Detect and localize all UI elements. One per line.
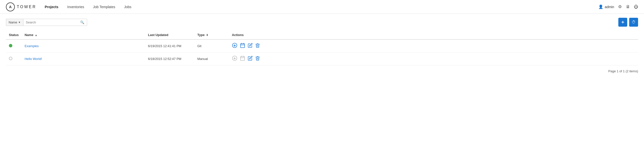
actions-cell	[229, 40, 638, 52]
name-cell: Examples	[22, 40, 145, 52]
search-group: Name ▼ 🔍	[6, 19, 87, 26]
toolbar: Name ▼ 🔍 + ⏱	[0, 14, 644, 30]
table-row: Examples6/19/2015 12:41:41 PMGit	[6, 40, 638, 52]
filter-label: Name	[9, 20, 17, 24]
svg-rect-8	[240, 56, 244, 61]
project-name-link[interactable]: Hello World!	[25, 57, 42, 61]
col-header-type[interactable]: Type ⬍	[194, 30, 229, 40]
tools-icon[interactable]: ⚙	[618, 4, 622, 10]
table-body: Examples6/19/2015 12:41:41 PMGitHello Wo…	[6, 40, 638, 66]
svg-rect-2	[240, 44, 244, 48]
status-badge	[9, 44, 12, 47]
nav-right: 👤 admin ⚙ 🖥 ⏻	[598, 4, 638, 10]
clock-button[interactable]: ⏱	[629, 18, 638, 27]
project-name-link[interactable]: Examples	[25, 44, 39, 48]
table-header: Status Name ▲ Last Updated Type ⬍ Action…	[6, 30, 638, 40]
col-header-status: Status	[6, 30, 22, 40]
add-button[interactable]: +	[618, 18, 627, 27]
status-cell	[6, 40, 22, 52]
edit-icon[interactable]	[248, 43, 253, 49]
toolbar-right: + ⏱	[618, 18, 638, 27]
col-header-actions: Actions	[229, 30, 638, 40]
nav-link-jobs[interactable]: Jobs	[124, 5, 132, 9]
col-header-updated: Last Updated	[145, 30, 194, 40]
delete-icon[interactable]	[255, 56, 260, 62]
status-badge	[9, 57, 12, 60]
search-icon: 🔍	[80, 20, 84, 24]
type-cell: Manual	[194, 52, 229, 66]
nav-link-job-templates[interactable]: Job Templates	[92, 5, 116, 9]
download-icon[interactable]	[232, 56, 237, 62]
monitor-icon[interactable]: 🖥	[626, 4, 630, 10]
actions-cell	[229, 52, 638, 66]
logo-circle: A	[6, 2, 15, 11]
logo-letter: A	[9, 5, 12, 9]
projects-table: Status Name ▲ Last Updated Type ⬍ Action…	[6, 30, 638, 66]
pagination-text: Page 1 of 1 (2 items)	[608, 69, 638, 73]
logout-icon[interactable]: ⏻	[634, 4, 638, 10]
logo-text: TOWER	[17, 5, 36, 9]
calendar-icon[interactable]	[240, 56, 245, 62]
user-icon: 👤	[598, 4, 603, 9]
add-icon: +	[621, 20, 624, 25]
chevron-down-icon: ▼	[18, 21, 21, 24]
filter-button[interactable]: Name ▼	[6, 19, 23, 26]
type-cell: Git	[194, 40, 229, 52]
edit-icon[interactable]	[248, 56, 253, 62]
status-cell	[6, 52, 22, 66]
name-sort-icon: ▲	[35, 34, 38, 36]
updated-cell: 6/19/2015 12:41:41 PM	[145, 40, 194, 52]
nav-link-projects[interactable]: Projects	[44, 5, 59, 9]
search-input-wrap: 🔍	[23, 19, 87, 26]
nav-links: ProjectsInventoriesJob TemplatesJobs	[44, 5, 598, 9]
nav-link-inventories[interactable]: Inventories	[67, 5, 85, 9]
download-icon[interactable]	[232, 43, 237, 49]
user-info: 👤 admin	[598, 4, 614, 9]
col-header-name[interactable]: Name ▲	[22, 30, 145, 40]
name-cell: Hello World!	[22, 52, 145, 66]
calendar-icon[interactable]	[240, 43, 245, 49]
search-input[interactable]	[24, 19, 78, 26]
updated-cell: 6/18/2015 12:52:47 PM	[145, 52, 194, 66]
logo: A TOWER	[6, 2, 36, 11]
delete-icon[interactable]	[255, 43, 260, 49]
search-button[interactable]: 🔍	[78, 19, 87, 26]
username: admin	[605, 5, 614, 9]
pagination: Page 1 of 1 (2 items)	[0, 66, 644, 77]
table-wrap: Status Name ▲ Last Updated Type ⬍ Action…	[0, 30, 644, 66]
clock-icon: ⏱	[632, 20, 636, 24]
table-row: Hello World!6/18/2015 12:52:47 PMManual	[6, 52, 638, 66]
type-sort-icon: ⬍	[206, 34, 208, 36]
navbar: A TOWER ProjectsInventoriesJob Templates…	[0, 0, 644, 14]
